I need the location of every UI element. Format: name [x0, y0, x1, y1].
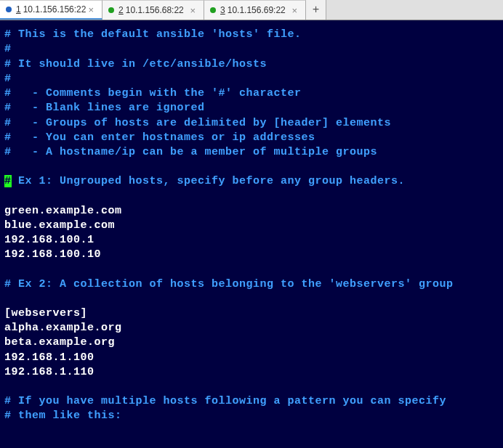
close-icon[interactable]: ×	[289, 5, 299, 16]
editor-line	[4, 160, 499, 174]
tab-1[interactable]: 110.1.156.156:22×	[0, 0, 102, 20]
editor-line: # them like this:	[4, 409, 499, 423]
tab-number: 1	[16, 4, 21, 15]
connection-status-icon	[210, 7, 216, 13]
editor-line: # - Blank lines are ignored	[4, 101, 499, 115]
editor-line: #	[4, 42, 499, 57]
editor-line: 192.168.100.1	[4, 233, 499, 248]
editor-line	[4, 380, 499, 394]
editor-line: # - You can enter hostnames or ip addres…	[4, 131, 499, 145]
tab-3[interactable]: 310.1.156.69:22×	[204, 0, 306, 20]
close-icon[interactable]: ×	[86, 4, 96, 15]
tab-label: 10.1.156.69:22	[228, 5, 286, 15]
editor-line: green.example.com	[4, 204, 499, 219]
editor-line: # - Comments begin with the '#' characte…	[4, 86, 499, 101]
editor-line: # - A hostname/ip can be a member of mul…	[4, 145, 499, 160]
editor-line: 192.168.1.100	[4, 351, 499, 365]
editor-line: 192.168.100.10	[4, 248, 499, 262]
editor-line	[4, 292, 499, 306]
editor-line: 192.168.1.110	[4, 365, 499, 380]
editor-line: # This is the default ansible 'hosts' fi…	[4, 28, 499, 42]
add-tab-button[interactable]: +	[306, 0, 326, 20]
editor-line: # It should live in /etc/ansible/hosts	[4, 57, 499, 72]
tab-bar: 110.1.156.156:22×210.1.156.68:22×310.1.1…	[0, 0, 503, 20]
tab-2[interactable]: 210.1.156.68:22×	[102, 0, 204, 20]
cursor: #	[4, 175, 12, 187]
tab-label: 10.1.156.68:22	[126, 5, 184, 15]
editor-line: [webservers]	[4, 306, 499, 321]
close-icon[interactable]: ×	[188, 5, 198, 16]
editor-line: blue.example.com	[4, 219, 499, 233]
editor-line: alpha.example.org	[4, 321, 499, 335]
editor-line	[4, 263, 499, 277]
editor-line: beta.example.org	[4, 335, 499, 350]
editor-line: # Ex 1: Ungrouped hosts, specify before …	[4, 174, 499, 189]
connection-status-icon	[6, 7, 12, 12]
editor-line: # If you have multiple hosts following a…	[4, 394, 499, 409]
tab-number: 2	[118, 5, 124, 15]
tab-label: 10.1.156.156:22	[23, 4, 86, 15]
editor-line	[4, 190, 499, 204]
terminal-editor[interactable]: # This is the default ansible 'hosts' fi…	[0, 20, 503, 431]
editor-line: # Ex 2: A collection of hosts belonging …	[4, 277, 499, 292]
connection-status-icon	[108, 7, 114, 13]
tab-number: 3	[220, 5, 225, 15]
editor-line: # - Groups of hosts are delimited by [he…	[4, 116, 499, 131]
editor-line: #	[4, 72, 499, 86]
